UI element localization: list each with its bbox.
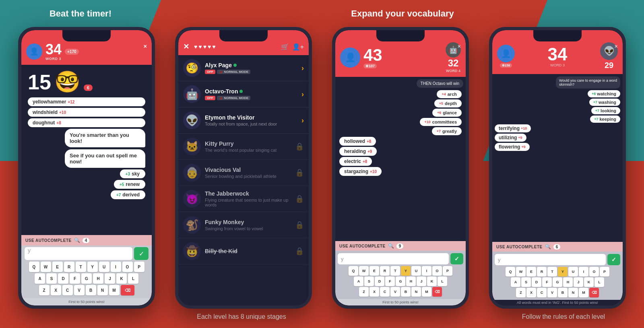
key-E[interactable]: E <box>52 262 63 272</box>
p4-key-M[interactable]: M <box>579 288 588 297</box>
key-A[interactable]: A <box>35 273 45 284</box>
p3-key-C[interactable]: C <box>380 287 390 297</box>
p3-key-backspace[interactable]: ⌫ <box>432 287 442 297</box>
p3-key-Y[interactable]: Y <box>401 266 411 276</box>
p3-key-I[interactable]: I <box>422 266 431 276</box>
opponent-jabberwock[interactable]: 😈 The Jabberwock Flying creature that se… <box>178 186 309 212</box>
p4-key-S[interactable]: S <box>521 277 531 287</box>
p4-key-E[interactable]: E <box>526 267 536 276</box>
opponent-monkey[interactable]: 🐒 Funky Monkey Swinging from vowel to vo… <box>178 212 309 238</box>
phone1-keyboard[interactable]: y ✓ Q W E R T Y U I O P <box>21 245 152 298</box>
key-Z[interactable]: Z <box>39 285 50 295</box>
p4-key-U[interactable]: U <box>568 267 578 276</box>
p4-key-A[interactable]: A <box>511 277 520 287</box>
p3-key-B[interactable]: B <box>401 287 411 297</box>
p4-key-G[interactable]: G <box>553 277 562 287</box>
key-M[interactable]: M <box>109 285 120 295</box>
p3-key-A[interactable]: A <box>354 276 363 286</box>
key-I[interactable]: I <box>111 262 121 272</box>
p3-key-R[interactable]: R <box>380 266 390 276</box>
key-S[interactable]: S <box>46 273 57 284</box>
phone4-close[interactable]: × <box>615 43 618 50</box>
p4-key-X[interactable]: X <box>526 288 536 297</box>
p3-key-W[interactable]: W <box>359 266 369 276</box>
key-U[interactable]: U <box>99 262 109 272</box>
key-P[interactable]: P <box>134 262 144 272</box>
key-O[interactable]: O <box>122 262 133 272</box>
p4-key-W[interactable]: W <box>516 267 526 276</box>
p3-key-J[interactable]: J <box>417 276 426 286</box>
p3-key-E[interactable]: E <box>369 266 379 276</box>
p4-key-H[interactable]: H <box>563 277 573 287</box>
p4-key-O[interactable]: O <box>589 267 599 276</box>
key-X[interactable]: X <box>51 285 61 295</box>
key-Q[interactable]: Q <box>29 262 39 272</box>
p4-key-backspace[interactable]: ⌫ <box>589 288 599 297</box>
p3-key-T[interactable]: T <box>390 266 400 276</box>
p4-key-K[interactable]: K <box>584 277 594 287</box>
key-B[interactable]: B <box>86 285 96 295</box>
key-R[interactable]: R <box>64 262 74 272</box>
p3-key-X[interactable]: X <box>369 287 379 297</box>
p3-key-V[interactable]: V <box>390 287 400 297</box>
p4-key-Q[interactable]: Q <box>506 267 515 276</box>
phone3-keyboard[interactable]: y ✓ Q W E R T Y U I O P <box>335 251 466 299</box>
key-K[interactable]: K <box>116 273 127 284</box>
p4-key-Y[interactable]: Y <box>558 267 568 276</box>
p3-key-L[interactable]: L <box>438 276 447 286</box>
p4-key-N[interactable]: N <box>568 288 578 297</box>
p3-key-M[interactable]: M <box>422 287 431 297</box>
opponent-alyx-page[interactable]: 🧐 Alyx Page OFF 🐞 NORMAL MODE › <box>178 55 309 81</box>
opponent-billy[interactable]: 🤠 Billy the Kid 🔒 <box>178 238 309 264</box>
phone1-input[interactable]: y <box>25 247 132 260</box>
phone1-submit-btn[interactable]: ✓ <box>134 247 149 260</box>
add-friend-icon[interactable]: 👤+ <box>292 43 304 51</box>
p4-key-F[interactable]: F <box>542 277 552 287</box>
key-L[interactable]: L <box>128 273 138 284</box>
p3-key-Z[interactable]: Z <box>359 287 369 297</box>
opponent-etymon[interactable]: 👽 Etymon the Visitor Totally not from sp… <box>178 107 309 134</box>
p4-key-P[interactable]: P <box>600 267 609 276</box>
p3-key-G[interactable]: G <box>396 276 405 286</box>
p4-key-T[interactable]: T <box>547 267 557 276</box>
p3-key-Q[interactable]: Q <box>349 266 358 276</box>
phone3-input[interactable]: y <box>338 253 449 264</box>
key-D[interactable]: D <box>58 273 68 284</box>
phone4-submit-btn[interactable]: ✓ <box>607 254 620 265</box>
key-H[interactable]: H <box>93 273 103 284</box>
p3-key-O[interactable]: O <box>432 266 442 276</box>
key-C[interactable]: C <box>62 285 73 295</box>
key-G[interactable]: G <box>81 273 92 284</box>
key-T[interactable]: T <box>76 262 86 272</box>
phone4-keyboard[interactable]: y ✓ Q W E R T Y U I O P <box>492 252 623 300</box>
key-backspace[interactable]: ⌫ <box>121 285 134 295</box>
p4-key-D[interactable]: D <box>532 277 541 287</box>
p4-key-I[interactable]: I <box>579 267 588 276</box>
phone2-close[interactable]: ✕ <box>183 42 189 51</box>
opponent-val[interactable]: 👵 Vivacious Val Senior bowling and pickl… <box>178 160 309 186</box>
opponent-kitty[interactable]: 🐱 Kitty Purry The world's most popular s… <box>178 134 309 160</box>
phone3-submit-btn[interactable]: ✓ <box>450 253 463 264</box>
p4-key-J[interactable]: J <box>574 277 583 287</box>
p4-key-Z[interactable]: Z <box>516 288 526 297</box>
phone1-close[interactable]: × <box>144 43 147 50</box>
p3-key-N[interactable]: N <box>411 287 421 297</box>
key-F[interactable]: F <box>70 273 80 284</box>
p3-key-H[interactable]: H <box>406 276 416 286</box>
p3-key-U[interactable]: U <box>411 266 421 276</box>
p4-key-V[interactable]: V <box>547 288 557 297</box>
key-V[interactable]: V <box>74 285 85 295</box>
phone4-input[interactable]: y <box>495 254 606 265</box>
phone3-close[interactable]: × <box>458 43 461 50</box>
p4-key-L[interactable]: L <box>594 277 604 287</box>
p4-key-C[interactable]: C <box>537 288 547 297</box>
p3-key-F[interactable]: F <box>385 276 395 286</box>
key-W[interactable]: W <box>41 262 51 272</box>
p4-key-B[interactable]: B <box>558 288 568 297</box>
p4-key-R[interactable]: R <box>537 267 547 276</box>
p3-key-P[interactable]: P <box>443 266 452 276</box>
key-N[interactable]: N <box>97 285 108 295</box>
opponent-octavo-tron[interactable]: 🤖 Octavo-Tron OFF 🐞 NORMAL MODE › <box>178 81 309 107</box>
key-Y[interactable]: Y <box>87 262 98 272</box>
p3-key-S[interactable]: S <box>364 276 374 286</box>
